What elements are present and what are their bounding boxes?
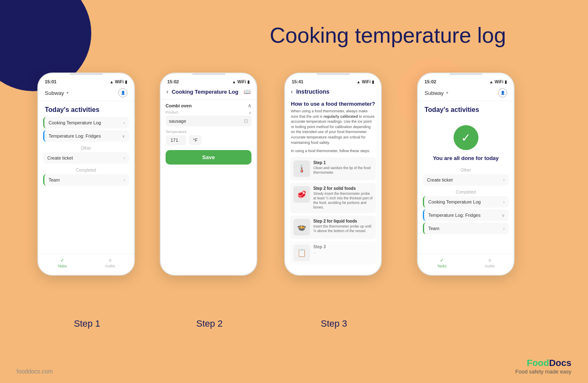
status-icons-3: ▲ WiFi ▮ <box>356 80 374 84</box>
step3-label: Step 3 <box>321 318 347 329</box>
save-button[interactable]: Save <box>166 150 251 165</box>
expand-icon-2[interactable]: ∧ <box>248 103 251 109</box>
footer-brand-section: FoodDocs Food safety made easy <box>515 358 571 375</box>
fridge-log-completed-4[interactable]: Temperature Log: Fridges ∨ <box>423 209 509 221</box>
phone3-title: Instructions <box>296 88 329 95</box>
signal-icon-2: ▲ <box>232 80 236 84</box>
temp-value[interactable]: 171 <box>166 135 186 145</box>
phone2-header: ‹ Cooking Temperature Log 📖 <box>161 86 256 99</box>
status-bar-3: 15:41 ▲ WiFi ▮ <box>285 76 381 86</box>
scan-icon: ⊡ <box>244 118 248 124</box>
phone2-title: Cooking Temperature Log <box>172 89 240 95</box>
phone-2: 15:02 ▲ WiFi ▮ ‹ Cooking Temperature Log… <box>160 73 257 276</box>
signal-icon-3: ▲ <box>356 80 361 84</box>
create-ticket-task-4[interactable]: Create ticket › <box>423 174 509 186</box>
step3-desc: Insert the thermometer probe up until ¼ … <box>313 224 373 233</box>
create-ticket-chevron-icon: › <box>124 156 125 160</box>
temp-unit[interactable]: °F <box>189 135 202 145</box>
instruction-step-3: 🍲 Step 2 for liquid foods Insert the the… <box>290 216 376 239</box>
cooking-log-chevron-4: › <box>503 200 505 204</box>
location-label-4[interactable]: Subway ▼ <box>425 90 449 96</box>
phone-4: 15:02 ▲ WiFi ▮ Subway ▼ 👤 Today's activi… <box>417 73 515 276</box>
location-label-1[interactable]: Subway ▼ <box>45 90 69 96</box>
bottom-nav-4: ✓ Tasks ≡ Audits <box>418 254 514 275</box>
notch-4 <box>449 73 483 75</box>
product-label: Product <box>166 110 251 114</box>
time-1: 15:01 <box>45 79 56 84</box>
task-fridge-log-1[interactable]: Temperature Log: Fridges ∨ <box>43 130 129 142</box>
battery-icon-2: ▮ <box>247 80 250 84</box>
product-input[interactable]: sausage ⊡ <box>166 116 251 126</box>
battery-icon-4: ▮ <box>505 80 507 84</box>
step1-content: Step 1 Clean and sanitize the tip of the… <box>313 160 373 175</box>
cooking-log-completed-4[interactable]: Cooking Temperature Log › <box>423 196 509 208</box>
profile-icon-4[interactable]: 👤 <box>498 88 507 97</box>
phone-3: 15:41 ▲ WiFi ▮ ‹ Instructions How to use… <box>284 73 382 276</box>
task-cooking-log-1[interactable]: Cooking Temperature Log › <box>43 117 129 128</box>
other-section-label-1: Other <box>38 143 134 152</box>
step4-content: Step 3 ... <box>313 245 326 255</box>
product-value: sausage <box>169 119 186 124</box>
nav-tasks-1[interactable]: ✓ Tasks <box>38 257 86 268</box>
close-icon-2[interactable]: × <box>249 110 251 116</box>
tasks-icon-4: ✓ <box>440 257 444 263</box>
audits-label-1: Audits <box>105 264 115 268</box>
tasks-label-1: Tasks <box>57 264 67 268</box>
location-text-1: Subway <box>45 90 64 96</box>
phone3-header: ‹ Instructions <box>285 86 381 99</box>
team-completed-4[interactable]: Team › <box>423 223 509 234</box>
profile-icon-1[interactable]: 👤 <box>118 88 127 97</box>
signal-icon-4: ▲ <box>489 80 493 84</box>
signal-icon: ▲ <box>110 80 114 84</box>
create-ticket-label-4: Create ticket <box>427 177 453 182</box>
task-chevron-icon: › <box>124 121 125 125</box>
nav-audits-1[interactable]: ≡ Audits <box>86 257 134 268</box>
cooking-log-label-4: Cooking Temperature Log <box>428 199 481 204</box>
phone-1: 15:01 ▲ WiFi ▮ Subway ▼ 👤 Today's activi… <box>37 73 135 276</box>
temperature-field: Temperature 171 °F <box>166 130 251 145</box>
product-field: Product sausage ⊡ <box>166 110 251 126</box>
task-fridge-chevron-icon: ∨ <box>122 134 125 138</box>
step2-label: Step 2 <box>196 318 223 329</box>
step4-desc: ... <box>313 250 326 255</box>
book-icon-2[interactable]: 📖 <box>244 88 251 95</box>
create-ticket-label-1: Create ticket <box>47 155 73 160</box>
team-chevron-icon: › <box>124 178 125 182</box>
battery-icon-3: ▮ <box>372 80 374 84</box>
step2-title: Step 2 for solid foods <box>313 186 373 191</box>
time-2: 15:02 <box>167 79 179 84</box>
back-btn-2[interactable]: ‹ <box>166 88 168 95</box>
nav-tasks-4[interactable]: ✓ Tasks <box>418 257 466 268</box>
instruction-step-4-partial: 📋 Step 3 ... <box>290 241 376 264</box>
completed-section-label-1: Completed <box>38 165 134 174</box>
instructions-intro: In using a food thermometer, follow thes… <box>285 148 381 157</box>
step2-desc: Slowly insert the thermometer probe at l… <box>313 192 373 210</box>
done-text: You are all done for today <box>433 155 499 161</box>
audits-icon-1: ≡ <box>109 257 112 263</box>
brand-food: Food <box>527 358 549 368</box>
step4-image: 📋 <box>293 245 310 261</box>
chevron-down-icon-4: ▼ <box>445 91 449 95</box>
tasks-icon-1: ✓ <box>60 257 64 263</box>
status-bar-4: 15:02 ▲ WiFi ▮ <box>418 76 514 86</box>
done-section: ✓ You are all done for today <box>418 117 514 165</box>
bottom-nav-1: ✓ Tasks ≡ Audits <box>38 254 134 275</box>
create-ticket-chevron-4: › <box>503 178 505 182</box>
nav-audits-4[interactable]: ≡ Audits <box>466 257 514 268</box>
status-bar-1: 15:01 ▲ WiFi ▮ <box>38 76 134 86</box>
create-ticket-task-1[interactable]: Create ticket › <box>43 152 129 164</box>
other-section-label-4: Other <box>418 165 514 174</box>
instructions-body: When using a food thermometer, always ma… <box>285 109 381 148</box>
phone4-header: Subway ▼ 👤 <box>418 86 514 101</box>
task-fridge-log-label-1: Temperature Log: Fridges <box>49 133 101 138</box>
brand-docs: Docs <box>549 358 571 368</box>
task-cooking-log-label-1: Cooking Temperature Log <box>49 120 101 125</box>
completed-section-label-4: Completed <box>418 187 514 196</box>
notch-1 <box>70 73 103 75</box>
temperature-label: Temperature <box>166 130 251 134</box>
done-check-icon: ✓ <box>454 125 478 150</box>
step4-title: Step 3 <box>313 245 326 249</box>
footer-website: fooddocs.com <box>17 368 53 375</box>
team-task-1[interactable]: Team › <box>43 174 129 186</box>
back-btn-3[interactable]: ‹ <box>291 88 293 95</box>
